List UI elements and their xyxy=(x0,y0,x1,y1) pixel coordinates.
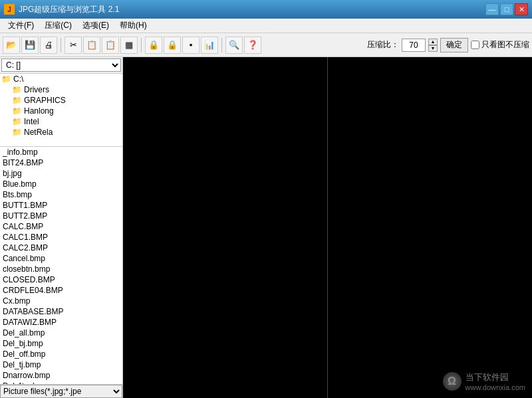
drive-combo[interactable]: C: [] xyxy=(1,58,121,72)
tree-item-hanlong[interactable]: 📁 Hanlong xyxy=(0,106,122,116)
zoom-button[interactable]: 🔍 xyxy=(225,37,243,54)
file-filter[interactable]: Picture files(*.jpg;*.jpe xyxy=(0,384,122,398)
image-only-checkbox-area[interactable]: 只看图不压缩 xyxy=(471,39,529,50)
title-bar-left: J JPG超级压缩与浏览工具 2.1 xyxy=(4,4,119,15)
menu-compress[interactable]: 压缩(C) xyxy=(39,19,77,33)
grid-button[interactable]: ▦ xyxy=(120,37,138,54)
minimize-button[interactable]: — xyxy=(485,3,499,15)
title-controls: — □ ✕ xyxy=(485,3,528,15)
file-item[interactable]: Del_all.bmp xyxy=(0,328,122,338)
file-item[interactable]: CALC.BMP xyxy=(0,221,122,232)
spinner-down[interactable]: ▼ xyxy=(428,45,438,52)
right-panels: Ω 当下软件园 www.downxia.com xyxy=(123,57,532,398)
file-item[interactable]: CALC2.BMP xyxy=(0,243,122,253)
file-item[interactable]: Bts.bmp xyxy=(0,189,122,200)
tree-label-netrela: NetRela xyxy=(24,128,53,137)
compress-label: 压缩比： xyxy=(367,39,399,50)
toolbar-sep-3 xyxy=(221,38,222,52)
tree-item-drivers[interactable]: 📁 Drivers xyxy=(0,84,122,95)
watermark-text: 当下软件园 www.downxia.com xyxy=(466,371,525,391)
compress-input[interactable] xyxy=(402,39,426,52)
print-button[interactable]: 🖨 xyxy=(40,37,57,54)
toolbar-right: 压缩比： ▲ ▼ 确定 只看图不压缩 xyxy=(367,38,529,52)
drive-selector[interactable]: C: [] xyxy=(0,57,122,74)
tree-label-intel: Intel xyxy=(24,117,39,126)
lock2-button[interactable]: 🔒 xyxy=(164,37,181,54)
help-button[interactable]: ❓ xyxy=(244,37,261,54)
tree-item-root[interactable]: 📁 C:\ xyxy=(0,74,122,84)
file-item[interactable]: BUTT1.BMP xyxy=(0,200,122,211)
file-item[interactable]: closebtn.bmp xyxy=(0,264,122,274)
menu-file[interactable]: 文件(F) xyxy=(3,19,39,33)
image-panel-left xyxy=(123,57,328,398)
copy-button[interactable]: 📋 xyxy=(83,37,100,54)
watermark-logo: Ω xyxy=(443,372,462,391)
spinner-up[interactable]: ▲ xyxy=(428,39,438,45)
paste-button[interactable]: 📋 xyxy=(102,37,119,54)
view-button[interactable]: ▪ xyxy=(182,37,200,54)
save-button[interactable]: 💾 xyxy=(21,37,39,54)
file-item[interactable]: Del_off.bmp xyxy=(0,349,122,359)
left-panel: C: [] 📁 C:\ 📁 Drivers 📁 GRAPHICS 📁 xyxy=(0,57,123,398)
watermark-site-name: 当下软件园 xyxy=(466,371,525,383)
chart-button[interactable]: 📊 xyxy=(201,37,218,54)
folder-icon: 📁 xyxy=(12,106,22,116)
image-only-checkbox[interactable] xyxy=(471,41,479,49)
title-bar: J JPG超级压缩与浏览工具 2.1 — □ ✕ xyxy=(0,0,532,19)
file-item[interactable]: Dnarrow.bmp xyxy=(0,370,122,381)
toolbar: 📂 💾 🖨 ✂ 📋 📋 ▦ 🔒 🔒 ▪ 📊 🔍 ❓ 压缩比： ▲ ▼ 确定 只看… xyxy=(0,33,532,57)
file-item[interactable]: CRDFLE04.BMP xyxy=(0,285,122,296)
file-item[interactable]: Del_tj.bmp xyxy=(0,359,122,370)
open-button[interactable]: 📂 xyxy=(3,37,20,54)
file-item[interactable]: Del_bj.bmp xyxy=(0,338,122,349)
image-only-label: 只看图不压缩 xyxy=(481,39,529,50)
maximize-button[interactable]: □ xyxy=(500,3,513,15)
watermark: Ω 当下软件园 www.downxia.com xyxy=(443,371,525,391)
folder-icon: 📁 xyxy=(12,85,22,94)
folder-icon: 📁 xyxy=(12,117,22,126)
window-title: JPG超级压缩与浏览工具 2.1 xyxy=(19,4,119,15)
menu-options[interactable]: 选项(E) xyxy=(77,19,114,33)
app-icon: J xyxy=(4,4,15,15)
tree-label-graphics: GRAPHICS xyxy=(24,96,66,105)
watermark-url: www.downxia.com xyxy=(466,383,525,391)
folder-icon: 📁 xyxy=(12,128,22,137)
tree-item-netrela[interactable]: 📁 NetRela xyxy=(0,127,122,138)
close-button[interactable]: ✕ xyxy=(515,3,528,15)
file-item[interactable]: bj.jpg xyxy=(0,168,122,179)
file-item[interactable]: CALC1.BMP xyxy=(0,232,122,243)
file-list[interactable]: _info.bmpBIT24.BMPbj.jpgBlue.bmpBts.bmpB… xyxy=(0,147,122,384)
cut-button[interactable]: ✂ xyxy=(65,37,82,54)
file-item[interactable]: Blue.bmp xyxy=(0,179,122,189)
file-item[interactable]: CLOSED.BMP xyxy=(0,274,122,285)
file-item[interactable]: DATAWIZ.BMP xyxy=(0,317,122,328)
file-item[interactable]: BUTT2.BMP xyxy=(0,211,122,221)
file-item[interactable]: _info.bmp xyxy=(0,147,122,157)
file-item[interactable]: DATABASE.BMP xyxy=(0,306,122,317)
confirm-button[interactable]: 确定 xyxy=(440,38,468,52)
tree-label-drivers: Drivers xyxy=(24,85,49,94)
file-item[interactable]: BIT24.BMP xyxy=(0,157,122,168)
folder-icon: 📁 xyxy=(1,74,11,84)
lock-button[interactable]: 🔒 xyxy=(145,37,162,54)
folder-tree[interactable]: 📁 C:\ 📁 Drivers 📁 GRAPHICS 📁 Hanlong 📁 xyxy=(0,74,122,147)
file-item[interactable]: Cancel.bmp xyxy=(0,253,122,264)
menu-bar: 文件(F) 压缩(C) 选项(E) 帮助(H) xyxy=(0,19,532,33)
toolbar-sep-1 xyxy=(61,38,61,52)
main-content: C: [] 📁 C:\ 📁 Drivers 📁 GRAPHICS 📁 xyxy=(0,57,532,398)
toolbar-sep-2 xyxy=(141,38,142,52)
compress-spinner[interactable]: ▲ ▼ xyxy=(428,39,438,52)
tree-item-intel[interactable]: 📁 Intel xyxy=(0,116,122,127)
filter-combo[interactable]: Picture files(*.jpg;*.jpe xyxy=(0,385,122,398)
folder-icon: 📁 xyxy=(12,96,22,105)
tree-item-graphics[interactable]: 📁 GRAPHICS xyxy=(0,95,122,106)
tree-label-root: C:\ xyxy=(13,74,23,84)
file-item[interactable]: Cx.bmp xyxy=(0,296,122,306)
tree-label-hanlong: Hanlong xyxy=(24,106,54,116)
image-panel-right: Ω 当下软件园 www.downxia.com xyxy=(328,57,532,398)
menu-help[interactable]: 帮助(H) xyxy=(114,19,152,33)
